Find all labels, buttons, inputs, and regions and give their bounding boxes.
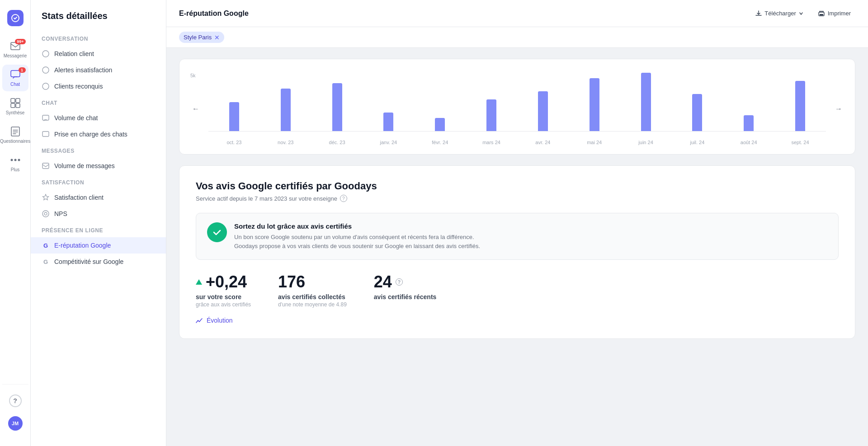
chart-bar-0[interactable] — [229, 102, 239, 131]
satisfaction-client-icon — [42, 193, 50, 202]
nav-item-volume-chat[interactable]: Volume de chat — [31, 110, 166, 126]
chart-x-label-11: sept. 24 — [774, 140, 826, 145]
sidebar-item-messagerie[interactable]: Messagerie 99+ — [2, 36, 28, 63]
chart-x-label-8: juin 24 — [620, 140, 672, 145]
certif-stat-score-sub: grâce aux avis certifiés — [196, 301, 251, 308]
certif-highlight-icon — [207, 222, 227, 242]
filter-tag-label: Style Paris — [184, 34, 212, 41]
svg-marker-20 — [43, 194, 49, 200]
chart-y-label: 5k — [190, 73, 196, 78]
certif-stat-recent-number: 24 — [374, 272, 392, 291]
svg-point-22 — [44, 212, 47, 215]
chart-col-6 — [517, 73, 569, 131]
certif-highlight: Sortez du lot grâce aux avis certifiés U… — [196, 213, 839, 260]
svg-rect-24 — [820, 14, 823, 15]
nav-item-e-reputation[interactable]: G E-réputation Google — [31, 237, 166, 254]
evolution-button[interactable]: Évolution — [196, 317, 233, 324]
sidebar-item-plus[interactable]: Plus — [2, 150, 28, 177]
chart-bar-8[interactable] — [641, 73, 651, 131]
chart-prev-button[interactable]: ← — [190, 103, 201, 115]
volume-messages-icon — [42, 162, 50, 170]
nav-sidebar: Stats détaillées Conversation Relation c… — [31, 0, 166, 446]
nav-item-relation-client[interactable]: Relation client — [31, 46, 166, 62]
chart-bar-2[interactable] — [332, 83, 342, 131]
certif-stat-score-label: sur votre score — [196, 293, 251, 300]
chart-bar-7[interactable] — [590, 78, 599, 131]
chart-x-label-2: déc. 23 — [311, 140, 363, 145]
chart-next-button[interactable]: → — [833, 103, 844, 115]
certif-stat-score: +0,24 sur votre score grâce aux avis cer… — [196, 272, 251, 308]
chart-bar-1[interactable] — [281, 89, 291, 131]
nav-item-satisfaction-client[interactable]: Satisfaction client — [31, 189, 166, 206]
sidebar-item-chat[interactable]: Chat 1 — [2, 65, 28, 91]
help-button[interactable]: ? — [2, 390, 28, 412]
nps-icon — [42, 210, 50, 218]
chart-bar-10[interactable] — [744, 115, 754, 131]
chart-x-label-5: mars 24 — [466, 140, 517, 145]
e-reputation-label: E-réputation Google — [54, 242, 111, 249]
volume-chat-icon — [42, 114, 50, 122]
chart-bar-5[interactable] — [486, 99, 496, 131]
nav-item-competitivite[interactable]: G Compétitivité sur Google — [31, 254, 166, 270]
print-icon — [818, 10, 825, 17]
chart-col-3 — [363, 73, 414, 131]
certif-stats: +0,24 sur votre score grâce aux avis cer… — [196, 272, 839, 308]
chart-bar-6[interactable] — [538, 91, 548, 131]
telecharger-label: Télécharger — [764, 10, 796, 17]
chart-bar-4[interactable] — [435, 118, 445, 131]
nav-item-alertes[interactable]: Alertes insatisfaction — [31, 62, 166, 78]
certif-stat-collected-value: 176 — [278, 272, 347, 291]
alertes-label: Alertes insatisfaction — [54, 66, 112, 74]
chart-col-9 — [671, 73, 723, 131]
competitivite-label: Compétitivité sur Google — [54, 258, 123, 265]
download-icon — [755, 10, 762, 17]
certif-info-icon[interactable]: ? — [340, 195, 347, 202]
filter-bar: Style Paris ✕ — [166, 27, 868, 48]
icon-sidebar: Messagerie 99+ Chat 1 Synthèse — [0, 0, 31, 446]
messagerie-label: Messagerie — [4, 53, 27, 58]
help-icon: ? — [9, 394, 22, 407]
clients-reconquis-label: Clients reconquis — [54, 83, 103, 90]
filter-tag-close-button[interactable]: ✕ — [214, 34, 220, 41]
trend-up-icon — [196, 279, 202, 285]
chart-bar-3[interactable] — [383, 113, 393, 131]
prise-en-charge-icon — [42, 130, 50, 138]
chart-col-11 — [774, 73, 826, 131]
chart-col-8 — [620, 73, 672, 131]
chart-bar-9[interactable] — [692, 94, 702, 131]
certif-title: Vos avis Google certifiés par Goodays — [196, 180, 839, 192]
content-area: 5k oct. 23nov. 23déc. 23janv. 24févr. 24… — [166, 48, 868, 446]
svg-point-12 — [14, 159, 16, 161]
certif-stat-collected: 176 avis certifiés collectés d'une note … — [278, 272, 347, 308]
nav-item-nps[interactable]: NPS — [31, 206, 166, 222]
app-logo[interactable] — [2, 5, 28, 31]
certif-stat-recent-info-icon[interactable]: ? — [396, 278, 403, 286]
sidebar-item-synthese[interactable]: Synthèse — [2, 93, 28, 120]
chart-bars-area — [208, 73, 826, 131]
chart-col-5 — [466, 73, 517, 131]
nav-item-prise-en-charge[interactable]: Prise en charge des chats — [31, 126, 166, 142]
nav-item-volume-messages[interactable]: Volume de messages — [31, 158, 166, 174]
svg-rect-19 — [42, 163, 49, 169]
certif-highlight-title: Sortez du lot grâce aux avis certifiés — [234, 222, 480, 230]
sidebar-item-questionnaires[interactable]: Questionnaires — [2, 122, 28, 148]
synthese-label: Synthèse — [6, 110, 25, 115]
svg-point-16 — [42, 83, 49, 89]
nav-item-clients-reconquis[interactable]: Clients reconquis — [31, 78, 166, 94]
chart-x-label-0: oct. 23 — [208, 140, 260, 145]
telecharger-button[interactable]: Télécharger — [751, 7, 807, 19]
certif-card: Vos avis Google certifiés par Goodays Se… — [179, 165, 855, 339]
svg-point-21 — [42, 211, 49, 217]
svg-rect-3 — [11, 99, 15, 103]
chart-col-7 — [569, 73, 620, 131]
chart-bar-11[interactable] — [795, 81, 805, 131]
alertes-icon — [42, 66, 50, 74]
volume-messages-label: Volume de messages — [54, 162, 115, 169]
user-avatar[interactable]: JM — [2, 412, 28, 435]
certif-highlight-text1: Un bon score Google soutenu par un volum… — [234, 233, 480, 242]
section-label-messages: Messages — [31, 142, 166, 158]
imprimer-button[interactable]: Imprimer — [813, 7, 855, 19]
svg-rect-2 — [11, 70, 20, 77]
plus-label: Plus — [11, 167, 19, 172]
svg-rect-7 — [11, 127, 19, 136]
